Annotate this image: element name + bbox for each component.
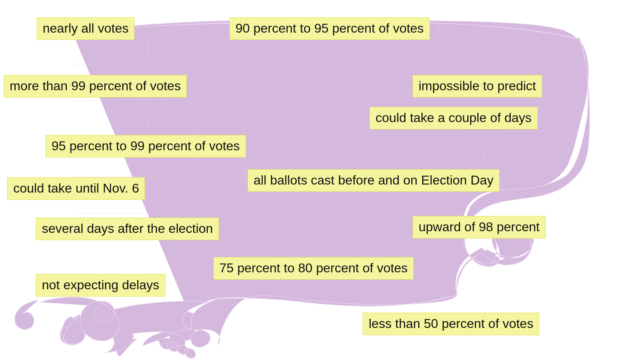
impossible-to-predict-label: impossible to predict	[413, 75, 542, 97]
95-to-99-percent-label: 95 percent to 99 percent of votes	[45, 135, 246, 158]
less-than-50-percent-label: less than 50 percent of votes	[363, 313, 539, 335]
upward-of-98-percent-label: upward of 98 percent	[413, 216, 546, 239]
75-to-80-percent-label: 75 percent to 80 percent of votes	[213, 257, 414, 280]
not-expecting-delays-label: not expecting delays	[36, 274, 165, 297]
nearly-all-votes-label: nearly all votes	[37, 17, 134, 40]
could-take-until-nov6-label: could take until Nov. 6	[7, 177, 145, 200]
all-ballots-cast-label: all ballots cast before and on Election …	[248, 169, 500, 192]
could-take-couple-days-label: could take a couple of days	[369, 107, 538, 129]
90-to-95-percent-label: 90 percent to 95 percent of votes	[229, 17, 430, 40]
several-days-after-label: several days after the election	[36, 218, 219, 240]
more-than-99-percent-label: more than 99 percent of votes	[4, 75, 187, 97]
